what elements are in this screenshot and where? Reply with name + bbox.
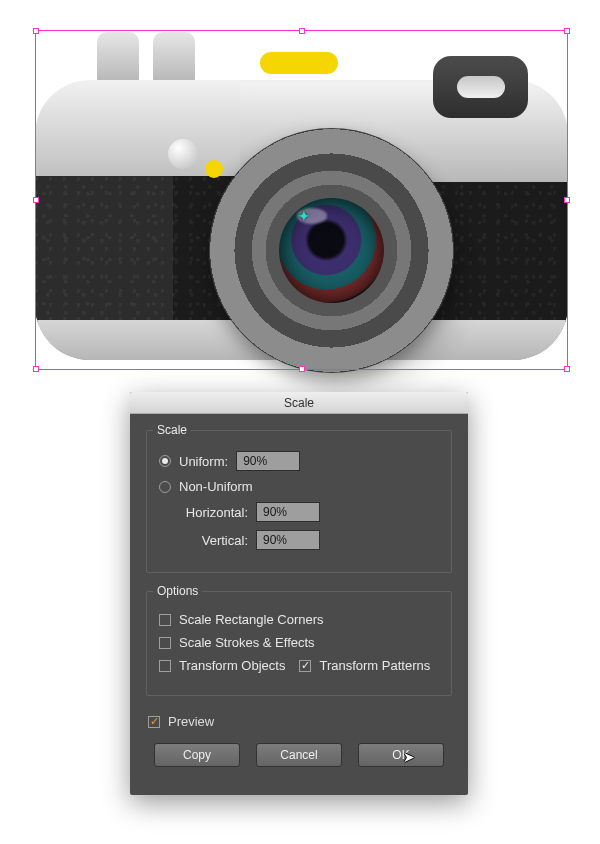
copy-button[interactable]: Copy (154, 743, 240, 767)
cancel-button-label: Cancel (280, 748, 317, 762)
dialog-body: Scale Uniform: 90% Non-Uniform Horizonta… (130, 414, 468, 795)
horizontal-label: Horizontal: (173, 505, 248, 520)
uniform-radio[interactable] (159, 455, 171, 467)
preview-label: Preview (168, 714, 214, 729)
canvas-artboard[interactable]: ✦ (35, 30, 568, 370)
horizontal-row: Horizontal: 90% (159, 502, 439, 522)
resize-handle-top-right[interactable] (564, 28, 570, 34)
vertical-row: Vertical: 90% (159, 530, 439, 550)
scale-strokes-label: Scale Strokes & Effects (179, 635, 315, 650)
transform-patterns-label: Transform Patterns (319, 658, 430, 673)
uniform-value-field[interactable]: 90% (236, 451, 300, 471)
dialog-title: Scale (284, 396, 314, 410)
scale-corners-checkbox[interactable] (159, 614, 171, 626)
copy-button-label: Copy (183, 748, 211, 762)
resize-handle-bottom-right[interactable] (564, 366, 570, 372)
transform-row: Transform Objects Transform Patterns (159, 658, 439, 673)
transform-patterns-checkbox[interactable] (299, 660, 311, 672)
transform-objects-label: Transform Objects (179, 658, 285, 673)
nonuniform-label: Non-Uniform (179, 479, 253, 494)
camera-flash-bar (260, 52, 338, 74)
uniform-row: Uniform: 90% (159, 451, 439, 471)
nonuniform-row: Non-Uniform (159, 479, 439, 494)
camera-viewfinder (433, 56, 528, 118)
resize-handle-bottom-left[interactable] (33, 366, 39, 372)
camera-viewfinder-slot (457, 76, 505, 98)
scale-group: Scale Uniform: 90% Non-Uniform Horizonta… (146, 430, 452, 573)
vertical-label: Vertical: (173, 533, 248, 548)
scale-corners-label: Scale Rectangle Corners (179, 612, 324, 627)
ok-button[interactable]: ➤ OK (358, 743, 444, 767)
uniform-label: Uniform: (179, 454, 228, 469)
scale-group-label: Scale (153, 423, 191, 437)
camera-led-yellow (205, 160, 223, 178)
options-group-label: Options (153, 584, 202, 598)
horizontal-value-field[interactable]: 90% (256, 502, 320, 522)
preview-checkbox[interactable] (148, 716, 160, 728)
scale-strokes-row: Scale Strokes & Effects (159, 635, 439, 650)
ok-button-label: OK (392, 748, 409, 762)
resize-handle-top-left[interactable] (33, 28, 39, 34)
preview-row: Preview (148, 714, 452, 729)
camera-grip-highlight (35, 176, 173, 322)
camera-led-white (168, 139, 198, 169)
dialog-button-row: Copy Cancel ➤ OK (146, 743, 452, 781)
options-group: Options Scale Rectangle Corners Scale St… (146, 591, 452, 696)
scale-corners-row: Scale Rectangle Corners (159, 612, 439, 627)
transform-objects-checkbox[interactable] (159, 660, 171, 672)
scale-dialog: Scale Scale Uniform: 90% Non-Uniform Hor… (130, 392, 468, 795)
vertical-value-field[interactable]: 90% (256, 530, 320, 550)
camera-lens-glass (279, 198, 384, 303)
dialog-titlebar[interactable]: Scale (130, 392, 468, 414)
nonuniform-radio[interactable] (159, 481, 171, 493)
scale-strokes-checkbox[interactable] (159, 637, 171, 649)
resize-handle-top-mid[interactable] (299, 28, 305, 34)
cancel-button[interactable]: Cancel (256, 743, 342, 767)
